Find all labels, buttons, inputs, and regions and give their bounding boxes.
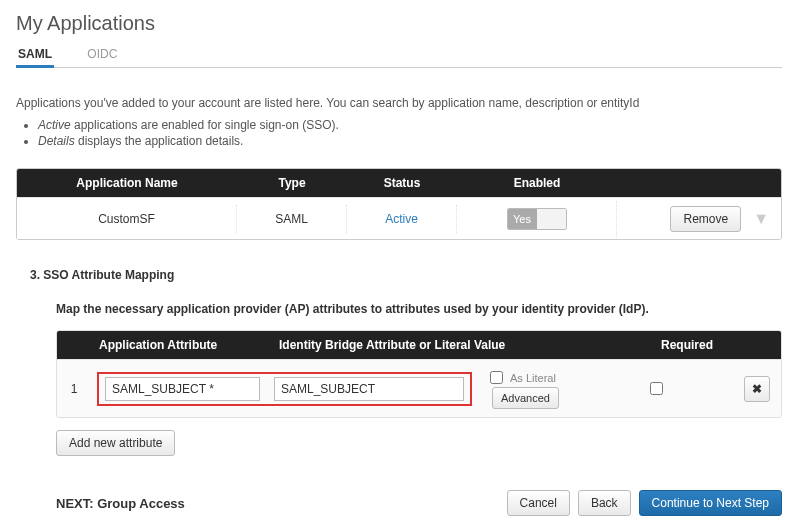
app-name-cell: CustomSF: [17, 205, 237, 233]
application-attribute-input[interactable]: [105, 377, 260, 401]
app-type-cell: SAML: [237, 205, 347, 233]
attribute-table-header: Application Attribute Identity Bridge At…: [57, 331, 781, 359]
step-title: SSO Attribute Mapping: [43, 268, 174, 282]
col-type: Type: [237, 169, 347, 197]
intro-lead: Applications you've added to your accoun…: [16, 96, 782, 110]
col-enabled: Enabled: [457, 169, 617, 197]
applications-table: Application Name Type Status Enabled Cus…: [16, 168, 782, 240]
back-button[interactable]: Back: [578, 490, 631, 516]
step-number: 3.: [30, 268, 40, 282]
enabled-toggle[interactable]: Yes: [507, 208, 567, 230]
intro-bullet-em: Active: [38, 118, 71, 132]
app-status-link[interactable]: Active: [385, 212, 418, 226]
attribute-mapping-table: Application Attribute Identity Bridge At…: [56, 330, 782, 418]
identity-bridge-attribute-input[interactable]: [274, 377, 464, 401]
applications-table-header: Application Name Type Status Enabled: [17, 169, 781, 197]
tab-oidc[interactable]: OIDC: [85, 41, 119, 67]
add-new-attribute-button[interactable]: Add new attribute: [56, 430, 175, 456]
application-row: CustomSF SAML Active Yes Remove ▼: [17, 197, 781, 239]
close-icon: ✖: [752, 382, 762, 396]
step-subtext: Map the necessary application provider (…: [56, 302, 782, 316]
intro-bullets: Active applications are enabled for sing…: [20, 118, 782, 148]
intro-bullet: Active applications are enabled for sing…: [38, 118, 782, 132]
col-application-name: Application Name: [17, 169, 237, 197]
footer: NEXT: Group Access Cancel Back Continue …: [16, 490, 782, 516]
remove-button[interactable]: Remove: [670, 206, 741, 232]
toggle-off-label: [537, 209, 566, 229]
delete-row-button[interactable]: ✖: [744, 376, 770, 402]
step-heading: 3. SSO Attribute Mapping: [30, 268, 782, 282]
attribute-row-index: 1: [57, 380, 91, 398]
col-application-attribute: Application Attribute: [91, 331, 271, 359]
required-checkbox[interactable]: [650, 382, 663, 395]
page-title: My Applications: [16, 12, 782, 35]
as-literal-checkbox[interactable]: [490, 371, 503, 384]
intro-bullet-text: displays the application details.: [75, 134, 244, 148]
cancel-button[interactable]: Cancel: [507, 490, 570, 516]
tabs: SAML OIDC: [16, 41, 782, 68]
intro-bullet-em: Details: [38, 134, 75, 148]
col-required: Required: [641, 331, 733, 359]
intro-bullet-text: applications are enabled for single sign…: [71, 118, 339, 132]
as-literal-label: As Literal: [510, 372, 556, 384]
intro-bullet: Details displays the application details…: [38, 134, 782, 148]
continue-button[interactable]: Continue to Next Step: [639, 490, 782, 516]
advanced-button[interactable]: Advanced: [492, 387, 559, 409]
attribute-row: 1 As Literal Advanced ✖: [57, 359, 781, 417]
tab-saml[interactable]: SAML: [16, 41, 54, 67]
highlighted-attribute-inputs: [97, 372, 472, 406]
col-identity-bridge-attribute: Identity Bridge Attribute or Literal Val…: [271, 331, 541, 359]
col-status: Status: [347, 169, 457, 197]
next-step-label: NEXT: Group Access: [56, 496, 185, 511]
toggle-on-label: Yes: [508, 209, 537, 229]
expand-row-icon[interactable]: ▼: [753, 210, 769, 228]
